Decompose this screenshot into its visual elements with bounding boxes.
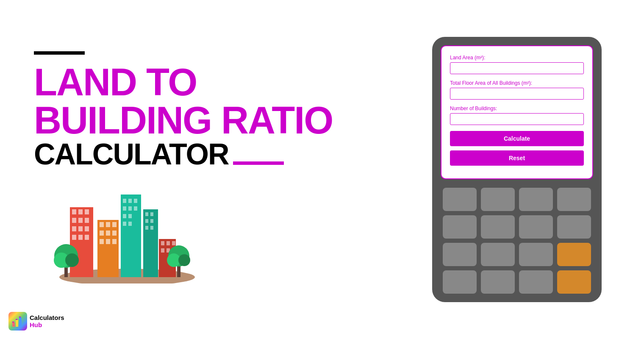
key-12-orange[interactable] xyxy=(557,243,591,266)
keypad xyxy=(441,188,593,294)
svg-rect-30 xyxy=(134,206,137,211)
land-area-field-group: Land Area (m²): xyxy=(450,55,584,74)
svg-rect-23 xyxy=(112,239,117,244)
svg-rect-38 xyxy=(145,219,148,223)
key-4[interactable] xyxy=(557,188,591,211)
svg-rect-9 xyxy=(78,226,83,231)
svg-rect-33 xyxy=(123,222,126,226)
logo-calculators: Calculators xyxy=(30,314,64,321)
svg-rect-16 xyxy=(106,222,110,227)
svg-rect-7 xyxy=(85,218,89,223)
buildings-illustration xyxy=(47,178,225,288)
svg-rect-46 xyxy=(161,248,164,253)
key-6[interactable] xyxy=(481,215,515,239)
total-floor-area-field-group: Total Floor Area of All Buildings (m²): xyxy=(450,80,584,100)
logo: Calculators Hub xyxy=(8,312,64,331)
svg-rect-44 xyxy=(167,241,170,245)
svg-rect-2 xyxy=(72,209,76,214)
land-area-input[interactable] xyxy=(450,62,584,74)
key-3[interactable] xyxy=(519,188,553,211)
calculate-button[interactable]: Calculate xyxy=(450,131,584,146)
svg-rect-15 xyxy=(100,222,104,227)
key-7[interactable] xyxy=(519,215,553,239)
svg-rect-58 xyxy=(19,317,22,327)
city-svg xyxy=(47,178,208,283)
logo-text-group: Calculators Hub xyxy=(30,314,64,328)
svg-rect-21 xyxy=(100,239,104,244)
key-5[interactable] xyxy=(443,215,477,239)
logo-hub: Hub xyxy=(30,321,64,328)
number-of-buildings-label: Number of Buildings: xyxy=(450,106,584,111)
svg-rect-57 xyxy=(16,320,18,327)
key-1[interactable] xyxy=(443,188,477,211)
title-land: LAND TO xyxy=(34,63,432,101)
svg-rect-20 xyxy=(112,231,117,236)
svg-rect-6 xyxy=(78,218,83,223)
svg-rect-60 xyxy=(16,319,17,320)
svg-rect-39 xyxy=(150,219,153,223)
svg-rect-26 xyxy=(128,199,132,203)
svg-rect-5 xyxy=(72,218,76,223)
svg-rect-3 xyxy=(78,209,83,214)
svg-rect-41 xyxy=(150,226,153,230)
svg-rect-25 xyxy=(123,199,126,203)
svg-rect-12 xyxy=(78,235,83,240)
svg-point-51 xyxy=(65,253,79,267)
svg-rect-11 xyxy=(72,235,76,240)
key-13[interactable] xyxy=(443,270,477,294)
number-of-buildings-field-group: Number of Buildings: xyxy=(450,106,584,125)
total-floor-area-input[interactable] xyxy=(450,88,584,100)
land-area-label: Land Area (m²): xyxy=(450,55,584,61)
key-2[interactable] xyxy=(481,188,515,211)
calculator-device: Land Area (m²): Total Floor Area of All … xyxy=(432,37,602,302)
svg-rect-22 xyxy=(106,239,110,244)
top-decorative-bar xyxy=(34,51,85,55)
reset-button[interactable]: Reset xyxy=(450,150,584,166)
svg-rect-27 xyxy=(134,199,137,203)
key-10[interactable] xyxy=(481,243,515,266)
key-15[interactable] xyxy=(519,270,553,294)
underline-decoration xyxy=(233,161,284,165)
svg-rect-19 xyxy=(106,231,110,236)
key-16-orange[interactable] xyxy=(557,270,591,294)
title-building-ratio: BUILDING RATIO xyxy=(34,101,432,139)
svg-rect-61 xyxy=(19,317,21,317)
title-calculator: CALCULATOR xyxy=(34,139,432,169)
number-of-buildings-input[interactable] xyxy=(450,113,584,125)
svg-rect-10 xyxy=(85,226,89,231)
key-9[interactable] xyxy=(443,243,477,266)
right-panel: Land Area (m²): Total Floor Area of All … xyxy=(432,37,610,302)
logo-svg xyxy=(11,315,24,328)
logo-icon xyxy=(8,312,27,331)
svg-rect-56 xyxy=(12,322,15,327)
key-14[interactable] xyxy=(481,270,515,294)
total-floor-area-label: Total Floor Area of All Buildings (m²): xyxy=(450,80,584,86)
svg-rect-43 xyxy=(161,241,164,245)
svg-rect-13 xyxy=(85,235,89,240)
svg-rect-29 xyxy=(128,206,132,211)
svg-rect-34 xyxy=(128,222,132,226)
calculator-screen: Land Area (m²): Total Floor Area of All … xyxy=(441,45,593,179)
svg-rect-45 xyxy=(172,241,175,245)
svg-rect-17 xyxy=(112,222,117,227)
svg-rect-36 xyxy=(145,212,148,216)
svg-rect-32 xyxy=(128,214,132,218)
svg-rect-8 xyxy=(72,226,76,231)
svg-rect-40 xyxy=(145,226,148,230)
svg-rect-14 xyxy=(97,220,119,277)
svg-rect-37 xyxy=(150,212,153,216)
svg-rect-18 xyxy=(100,231,104,236)
key-11[interactable] xyxy=(519,243,553,266)
svg-rect-28 xyxy=(123,206,126,211)
left-panel: LAND TO BUILDING RATIO CALCULATOR xyxy=(34,51,432,288)
svg-rect-59 xyxy=(12,322,14,322)
svg-rect-31 xyxy=(123,214,126,218)
svg-rect-4 xyxy=(85,209,89,214)
svg-point-55 xyxy=(178,254,190,266)
key-8[interactable] xyxy=(557,215,591,239)
